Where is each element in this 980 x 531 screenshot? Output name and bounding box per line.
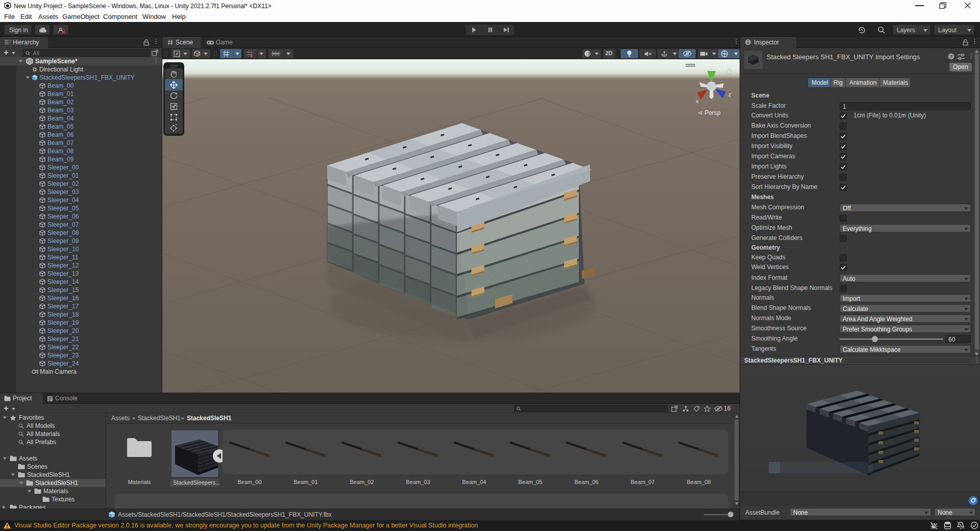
- svg-text:y: y: [710, 64, 713, 70]
- svg-text:⋖ Persp: ⋖ Persp: [698, 109, 721, 116]
- svg-text:x: x: [696, 98, 699, 104]
- svg-text:z: z: [728, 91, 731, 98]
- svg-text:5: 5: [250, 53, 253, 58]
- svg-text:Y: Y: [226, 54, 228, 57]
- svg-text:?: ?: [950, 54, 953, 59]
